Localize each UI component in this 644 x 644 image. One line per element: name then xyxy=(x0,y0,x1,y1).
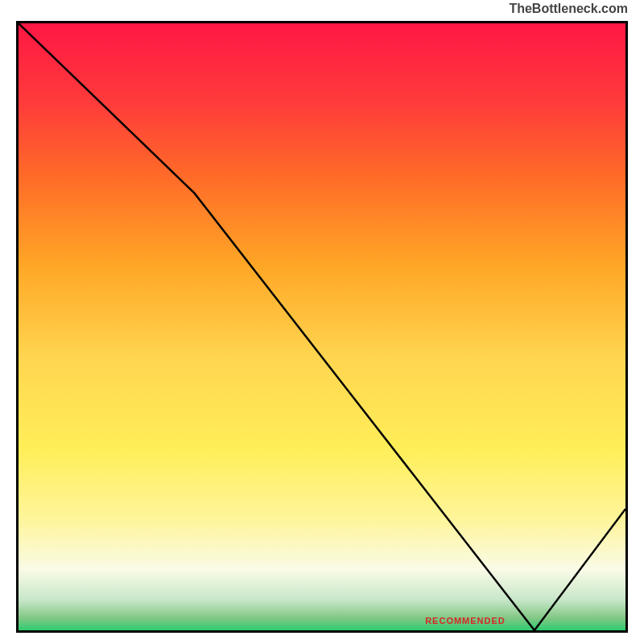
chart-curve xyxy=(19,23,625,630)
recommended-label: RECOMMENDED xyxy=(425,616,506,625)
source-attribution: TheBottleneck.com xyxy=(509,2,628,16)
chart-container: RECOMMENDED xyxy=(16,21,628,633)
